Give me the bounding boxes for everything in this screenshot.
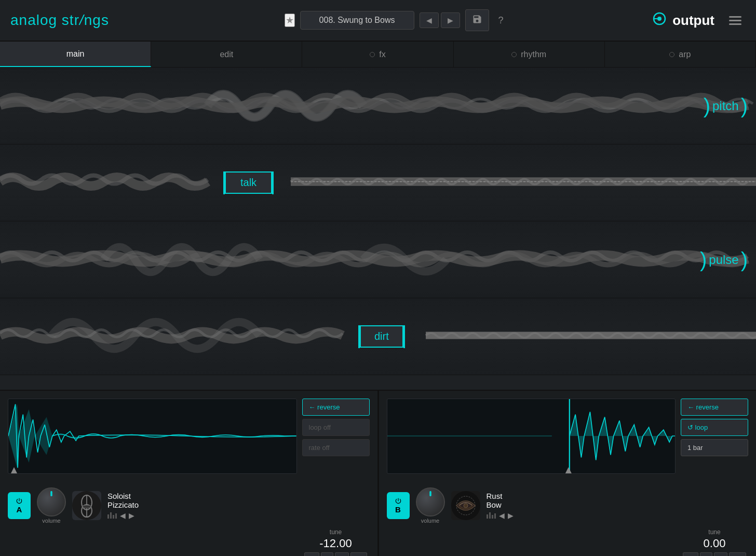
volume-knob-a-wrap: volume [37,487,66,524]
inst-next-b[interactable]: ▶ [508,511,514,520]
volume-knob-b[interactable] [416,487,445,517]
svg-marker-13 [569,412,675,460]
panel-a-letter: A [17,505,22,514]
help-button[interactable]: ? [494,13,508,28]
svg-point-1 [657,17,662,21]
output-text: output [672,12,714,29]
reverse-btn-a[interactable]: ← reverse [302,399,370,416]
inst-next-a[interactable]: ▶ [129,511,134,520]
nav-tabs: main edit fx rhythm arp [0,42,756,68]
tab-rhythm-label: rhythm [521,50,546,59]
preset-nav: ◀ ▶ [420,12,460,28]
pitch-bracket-right: ) [741,96,748,116]
loop-btn-b[interactable]: ↺ loop [681,419,748,436]
bar-btn-b[interactable]: 1 bar [681,439,748,456]
tune-section-a: tune -12.00 -12 -1 +1 +12 [302,528,370,556]
power-btn-b[interactable]: B [387,492,410,519]
panel-a: A volume [0,391,377,556]
instrument-name-a-1: Soloist [107,492,297,500]
pitch-label: ) pitch ) [704,96,748,116]
rate-btn-a[interactable]: rate off [302,439,370,456]
pitch-text: pitch [712,99,739,113]
tune-minus12-b[interactable]: -12 [683,552,698,556]
string-track-pulse: ) pulse ) [0,221,756,298]
loop-btn-a[interactable]: loop off [302,419,370,436]
instrument-thumb-b[interactable] [451,491,480,520]
preset-bar: ★ 008. Swung to Bows ◀ ▶ ? [140,9,652,31]
instrument-info-a: Soloist Pizzicato ◀ ▶ [107,492,297,520]
waveform-a-svg [8,399,296,473]
tune-value-a: -12.00 [302,537,370,550]
tab-edit[interactable]: edit [151,42,302,67]
string-wave-talk [0,144,756,221]
tune-plus12-b[interactable]: +12 [729,552,746,556]
tab-main[interactable]: main [0,42,151,67]
tune-minus1-a[interactable]: -1 [321,552,333,556]
dirt-label[interactable]: dirt [360,325,403,348]
controls-a: ← reverse loop off rate off tune -12.00 … [302,399,370,556]
inst-prev-a[interactable]: ◀ [120,511,126,520]
volume-a-label: volume [37,518,66,524]
instrument-name-a-2: Pizzicato [107,500,297,509]
talk-label[interactable]: talk [225,171,272,194]
tune-label-b: tune [681,528,748,536]
waveform-a[interactable] [8,399,297,474]
tab-main-label: main [66,49,85,59]
prev-preset-button[interactable]: ◀ [420,12,439,28]
tune-section-b: tune 0.00 -12 -1 +1 +12 [681,528,748,556]
inst-prev-b[interactable]: ◀ [499,511,505,520]
bottom-panels: A volume [0,390,756,556]
arp-power-dot [669,52,674,57]
tune-buttons-a: -12 -1 +1 +12 [302,552,370,556]
tab-arp-label: arp [679,50,691,59]
next-preset-button[interactable]: ▶ [441,12,460,28]
tune-plus1-b[interactable]: +1 [714,552,728,556]
instrument-name-b-2: Bow [487,500,676,509]
pulse-bracket-right: ) [741,249,748,270]
instrument-row-b: B volume [387,487,676,524]
instrument-nav-a: ◀ ▶ [107,511,297,520]
power-btn-a[interactable]: A [8,492,31,519]
volume-b-label: volume [416,518,445,524]
app-logo: analog str/ngs [10,12,109,29]
pulse-label: ) pulse ) [700,249,748,270]
menu-button[interactable] [725,12,746,29]
headphone-icon [652,11,667,30]
save-button[interactable] [465,9,489,31]
favorite-button[interactable]: ★ [285,14,295,27]
reverse-btn-b[interactable]: ← reverse [681,399,748,416]
tab-fx[interactable]: fx [302,42,453,67]
instrument-thumb-a[interactable] [72,491,101,520]
svg-point-11 [83,505,91,508]
fx-power-dot [370,52,375,57]
talk-label-container: talk [223,171,274,194]
volume-knob-b-wrap: volume [416,487,445,524]
dirt-label-container: dirt [358,325,405,348]
tab-fx-label: fx [379,50,385,59]
string-track-talk: talk [0,144,756,221]
volume-knob-a[interactable] [37,487,66,517]
instrument-row-a: A volume [8,487,297,524]
controls-b: ← reverse ↺ loop 1 bar tune 0.00 -12 -1 … [681,399,748,556]
tune-minus1-b[interactable]: -1 [700,552,712,556]
instrument-name-b-1: Rust [487,492,676,500]
talk-tick-right [272,171,274,194]
tune-plus12-a[interactable]: +12 [350,552,368,556]
tune-value-b: 0.00 [681,537,748,550]
inst-bars-b [487,512,496,519]
tab-rhythm[interactable]: rhythm [454,42,605,67]
tune-buttons-b: -12 -1 +1 +12 [681,552,748,556]
logo-slash: / [79,12,84,28]
preset-name: 008. Swung to Bows [300,11,414,30]
pulse-bracket-left: ) [700,249,707,270]
strings-area: ) pitch ) talk [0,68,756,390]
tab-edit-label: edit [220,50,233,59]
tab-arp[interactable]: arp [605,42,756,67]
rhythm-power-dot [511,52,517,57]
waveform-b-svg [387,399,676,473]
waveform-b[interactable] [387,399,676,474]
tune-minus12-a[interactable]: -12 [304,552,320,556]
tune-plus1-a[interactable]: +1 [335,552,349,556]
string-wave-pulse [0,221,756,298]
inst-bars-a [107,512,117,519]
